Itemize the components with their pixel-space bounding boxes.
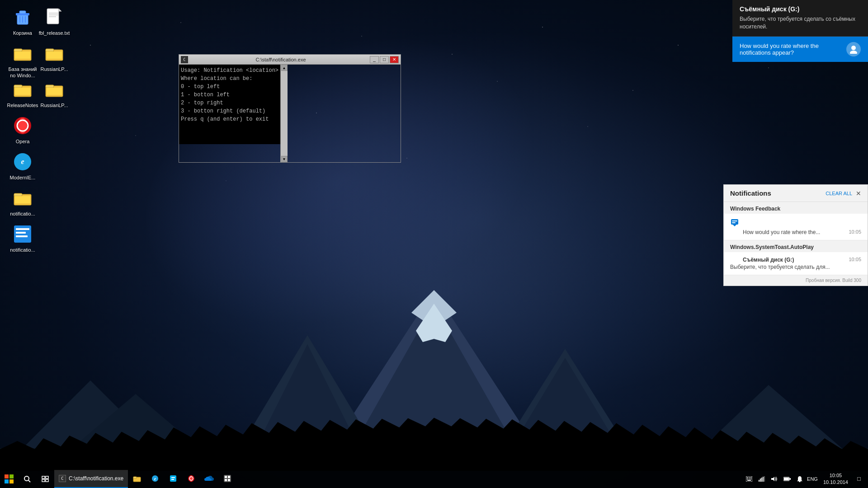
clock-date: 10.10.2014 bbox=[823, 479, 848, 486]
notifications-header-actions: CLEAR ALL ✕ bbox=[826, 190, 861, 197]
svg-rect-42 bbox=[14, 193, 22, 196]
release-icon bbox=[12, 79, 33, 100]
keyboard-icon[interactable] bbox=[744, 474, 755, 484]
start-button[interactable] bbox=[0, 470, 18, 488]
fbl-label: fbl_release.txt bbox=[39, 30, 70, 36]
modernie-icon: e bbox=[12, 151, 33, 173]
notif-app-section-feedback: Windows Feedback bbox=[724, 202, 868, 214]
desktop-icon-fbl[interactable]: fbl_release.txt bbox=[36, 5, 72, 38]
notifications-close-button[interactable]: ✕ bbox=[856, 190, 861, 197]
svg-point-51 bbox=[850, 51, 857, 54]
svg-rect-88 bbox=[763, 477, 764, 482]
scrollbar-down[interactable]: ▼ bbox=[281, 156, 288, 162]
svg-rect-68 bbox=[171, 479, 174, 480]
window-titlebar: C C:\staff\notification.exe _ □ ✕ bbox=[179, 55, 401, 65]
desktop-icon-russian2[interactable]: RussianLP... bbox=[36, 77, 72, 110]
notification-section-feedback: Windows Feedback How would you rate wher… bbox=[724, 202, 868, 240]
notifications-panel: Notifications CLEAR ALL ✕ Windows Feedba… bbox=[723, 184, 868, 286]
show-desktop-button[interactable] bbox=[854, 474, 864, 484]
desktop-icon-release[interactable]: ReleaseNotes bbox=[5, 77, 41, 110]
notif-bottom-text: Пробная версия. Build 300 bbox=[724, 275, 868, 286]
svg-rect-55 bbox=[732, 222, 736, 223]
desktop-icon-russian1[interactable]: RussianLP... bbox=[36, 41, 72, 74]
desktop-icon-notif1[interactable]: notificatio... bbox=[5, 185, 41, 219]
notif1-label: notificatio... bbox=[10, 211, 35, 217]
notification-section-autoplay: Windows.SystemToast.AutoPlay Съёмный дис… bbox=[724, 240, 868, 275]
desktop-icon-recycle-bin[interactable]: Корзина bbox=[5, 5, 41, 38]
search-button[interactable] bbox=[18, 470, 36, 488]
modernie-label: ModernIE... bbox=[10, 174, 36, 181]
opera-icon bbox=[12, 115, 33, 136]
notif2-label: notificatio... bbox=[10, 247, 35, 253]
autoplay-time: 10:05 bbox=[849, 257, 861, 262]
notif-row-feedback: How would you rate where the... 10:05 bbox=[743, 229, 861, 235]
desktop-icon-baza[interactable]: База знанийno Windo... bbox=[5, 41, 41, 81]
svg-rect-25 bbox=[14, 49, 22, 52]
file-explorer-taskbar-btn[interactable] bbox=[128, 470, 146, 488]
task-view-button[interactable] bbox=[36, 470, 54, 488]
svg-rect-52 bbox=[731, 219, 738, 225]
svg-rect-74 bbox=[228, 476, 230, 478]
fbl-icon bbox=[43, 6, 65, 28]
svg-text:e: e bbox=[21, 158, 24, 165]
baza-icon bbox=[12, 42, 33, 64]
desktop: Корзина fbl_release.txt База знанийno Wi… bbox=[0, 0, 868, 488]
desktop-icon-opera[interactable]: Opera bbox=[5, 113, 41, 146]
svg-marker-90 bbox=[771, 477, 774, 481]
active-window-taskbar-button[interactable]: C C:\staff\notification.exe bbox=[54, 470, 128, 488]
svg-rect-46 bbox=[16, 232, 26, 234]
network-icon[interactable] bbox=[756, 474, 767, 484]
store-taskbar-btn[interactable] bbox=[164, 470, 182, 488]
svg-point-70 bbox=[189, 475, 193, 482]
svg-line-57 bbox=[28, 480, 30, 482]
system-tray: ENG 10:05 10.10.2014 bbox=[740, 470, 868, 488]
recycle-bin-label: Корзина bbox=[13, 30, 32, 36]
cmd-window[interactable]: C C:\staff\notification.exe _ □ ✕ Usage:… bbox=[179, 54, 401, 163]
battery-icon[interactable] bbox=[782, 474, 793, 484]
feedback-time: 10:05 bbox=[849, 229, 861, 235]
russian2-icon bbox=[43, 79, 65, 100]
svg-rect-18 bbox=[47, 9, 59, 24]
notification-bell-icon[interactable] bbox=[794, 474, 805, 484]
svg-point-50 bbox=[851, 46, 856, 50]
svg-rect-44 bbox=[14, 225, 31, 243]
svg-rect-58 bbox=[42, 476, 45, 479]
svg-rect-66 bbox=[170, 475, 176, 482]
svg-rect-92 bbox=[789, 478, 791, 480]
opera-label: Opera bbox=[16, 138, 30, 145]
language-indicator[interactable]: ENG bbox=[807, 476, 818, 482]
onedrive-taskbar-btn[interactable] bbox=[200, 470, 218, 488]
clear-all-button[interactable]: CLEAR ALL bbox=[826, 191, 852, 196]
toast-feedback-text: How would you rate where the notificatio… bbox=[740, 42, 846, 56]
windows-logo bbox=[5, 474, 14, 483]
notification-item-feedback[interactable]: How would you rate where the... 10:05 bbox=[724, 214, 868, 240]
svg-rect-63 bbox=[133, 477, 137, 479]
maximize-button[interactable]: □ bbox=[380, 56, 389, 63]
minimize-button[interactable]: _ bbox=[370, 56, 379, 63]
toast-autoplay[interactable]: Съёмный диск (G:) Выберите, что требуетс… bbox=[732, 0, 868, 37]
svg-rect-93 bbox=[784, 478, 789, 480]
settings-taskbar-btn[interactable] bbox=[218, 470, 236, 488]
russian2-label: RussianLP... bbox=[41, 102, 68, 108]
svg-rect-81 bbox=[747, 479, 748, 479]
opera-taskbar-btn[interactable] bbox=[182, 470, 200, 488]
svg-rect-14 bbox=[19, 11, 26, 14]
feedback-message: How would you rate where the... bbox=[743, 229, 820, 235]
toast-feedback[interactable]: How would you rate where the notificatio… bbox=[732, 37, 868, 62]
volume-icon[interactable] bbox=[769, 474, 780, 484]
clock-time: 10:05 bbox=[830, 472, 842, 479]
svg-rect-54 bbox=[732, 221, 737, 221]
cmd-output: Usage: Notification <location> Where loc… bbox=[179, 65, 280, 144]
svg-rect-45 bbox=[16, 228, 29, 230]
svg-rect-80 bbox=[750, 477, 751, 478]
svg-point-56 bbox=[24, 476, 29, 481]
desktop-icon-modernie[interactable]: e ModernIE... bbox=[5, 149, 41, 183]
svg-rect-28 bbox=[46, 49, 54, 52]
window-title: C:\staff\notification.exe bbox=[192, 57, 370, 62]
scrollbar-up[interactable]: ▲ bbox=[281, 65, 288, 71]
close-button[interactable]: ✕ bbox=[390, 56, 399, 63]
notification-item-autoplay[interactable]: Съёмный диск (G:) 10:05 Выберите, что тр… bbox=[724, 252, 868, 275]
ie-taskbar-btn[interactable]: e bbox=[146, 470, 164, 488]
system-clock[interactable]: 10:05 10.10.2014 bbox=[820, 472, 852, 486]
desktop-icon-notif2[interactable]: notificatio... bbox=[5, 221, 41, 255]
